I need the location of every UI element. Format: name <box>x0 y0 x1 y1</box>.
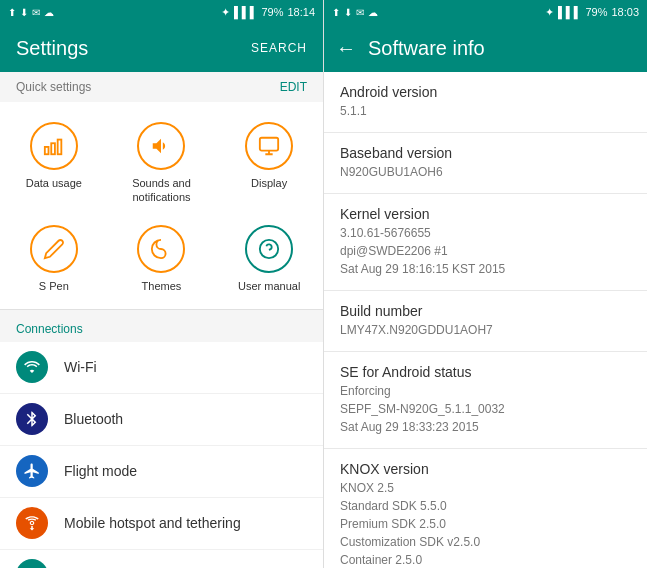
display-label: Display <box>251 176 287 190</box>
kernel-version-value: 3.10.61-5676655 dpi@SWDE2206 #1 Sat Aug … <box>340 224 631 278</box>
upload-icon: ⬆ <box>8 7 16 18</box>
quick-settings-label: Quick settings <box>16 80 91 94</box>
sounds-label: Sounds and notifications <box>116 176 208 205</box>
svg-rect-2 <box>57 140 61 155</box>
build-number-label: Build number <box>340 303 631 319</box>
user-manual-label: User manual <box>238 279 300 293</box>
se-android-item: SE for Android status Enforcing SEPF_SM-… <box>324 352 647 449</box>
edit-button[interactable]: EDIT <box>280 80 307 94</box>
status-bar-right: ⬆ ⬇ ✉ ☁ ✦ ▌▌▌ 79% 18:03 <box>324 0 647 24</box>
message-icon-r: ✉ <box>356 7 364 18</box>
android-version-value: 5.1.1 <box>340 102 631 120</box>
status-right-right-icons: ✦ ▌▌▌ 79% 18:03 <box>545 6 639 19</box>
back-button[interactable]: ← <box>336 37 356 60</box>
signal-icon: ▌▌▌ <box>234 6 257 18</box>
spen-icon-circle <box>30 225 78 273</box>
quick-settings-header: Quick settings EDIT <box>0 72 323 102</box>
software-info-list: Android version 5.1.1 Baseband version N… <box>324 72 647 568</box>
bluetooth-item[interactable]: Bluetooth <box>0 394 323 446</box>
battery-right: 79% <box>585 6 607 18</box>
quick-item-user-manual[interactable]: User manual <box>215 213 323 301</box>
toolbar-right: ← Software info <box>324 24 647 72</box>
status-left-icons: ⬆ ⬇ ✉ ☁ <box>8 7 54 18</box>
time-left: 18:14 <box>287 6 315 18</box>
settings-title: Settings <box>16 37 88 60</box>
cloud-icon: ☁ <box>44 7 54 18</box>
data-usage-item[interactable]: Data usage <box>0 550 323 568</box>
knox-version-item: KNOX version KNOX 2.5 Standard SDK 5.5.0… <box>324 449 647 568</box>
wifi-label: Wi-Fi <box>64 359 97 375</box>
build-number-value: LMY47X.N920GDDU1AOH7 <box>340 321 631 339</box>
quick-item-spen[interactable]: S Pen <box>0 213 108 301</box>
baseband-version-item: Baseband version N920GUBU1AOH6 <box>324 133 647 194</box>
wifi-item[interactable]: Wi-Fi <box>0 342 323 394</box>
quick-item-sounds[interactable]: Sounds and notifications <box>108 110 216 213</box>
settings-panel: ⬆ ⬇ ✉ ☁ ✦ ▌▌▌ 79% 18:14 Settings SEARCH … <box>0 0 323 568</box>
kernel-version-item: Kernel version 3.10.61-5676655 dpi@SWDE2… <box>324 194 647 291</box>
android-version-item: Android version 5.1.1 <box>324 72 647 133</box>
time-right: 18:03 <box>611 6 639 18</box>
wifi-icon <box>16 351 48 383</box>
android-version-label: Android version <box>340 84 631 100</box>
connections-section-header: Connections <box>0 310 323 342</box>
svg-rect-0 <box>45 147 49 154</box>
quick-item-themes[interactable]: Themes <box>108 213 216 301</box>
bluetooth-status-icon: ✦ <box>221 6 230 19</box>
hotspot-label: Mobile hotspot and tethering <box>64 515 241 531</box>
bluetooth-label: Bluetooth <box>64 411 123 427</box>
download-icon: ⬇ <box>20 7 28 18</box>
quick-item-display[interactable]: Display <box>215 110 323 213</box>
flight-mode-icon <box>16 455 48 487</box>
themes-icon-circle <box>137 225 185 273</box>
data-usage-label: Data usage <box>26 176 82 190</box>
message-icon: ✉ <box>32 7 40 18</box>
search-button[interactable]: SEARCH <box>251 41 307 55</box>
themes-label: Themes <box>142 279 182 293</box>
bluetooth-icon <box>16 403 48 435</box>
toolbar-left: Settings SEARCH <box>0 24 323 72</box>
knox-version-label: KNOX version <box>340 461 631 477</box>
hotspot-icon <box>16 507 48 539</box>
display-icon-circle <box>245 122 293 170</box>
battery-left: 79% <box>261 6 283 18</box>
knox-version-value: KNOX 2.5 Standard SDK 5.5.0 Premium SDK … <box>340 479 631 568</box>
flight-mode-label: Flight mode <box>64 463 137 479</box>
status-right-left-icons: ⬆ ⬇ ✉ ☁ <box>332 7 378 18</box>
quick-item-data-usage[interactable]: Data usage <box>0 110 108 213</box>
quick-settings-grid: Data usage Sounds and notifications Disp… <box>0 102 323 309</box>
se-android-label: SE for Android status <box>340 364 631 380</box>
bluetooth-status-icon-r: ✦ <box>545 6 554 19</box>
se-android-value: Enforcing SEPF_SM-N920G_5.1.1_0032 Sat A… <box>340 382 631 436</box>
status-bar-left: ⬆ ⬇ ✉ ☁ ✦ ▌▌▌ 79% 18:14 <box>0 0 323 24</box>
connections-list: Wi-Fi Bluetooth Flight mode Mobile hotsp… <box>0 342 323 568</box>
sounds-icon-circle <box>137 122 185 170</box>
data-usage-2-icon <box>16 559 48 568</box>
svg-rect-3 <box>260 138 278 151</box>
download-icon-r: ⬇ <box>344 7 352 18</box>
upload-icon-r: ⬆ <box>332 7 340 18</box>
flight-mode-item[interactable]: Flight mode <box>0 446 323 498</box>
build-number-item: Build number LMY47X.N920GDDU1AOH7 <box>324 291 647 352</box>
software-info-title: Software info <box>368 37 485 60</box>
baseband-version-value: N920GUBU1AOH6 <box>340 163 631 181</box>
svg-rect-1 <box>51 143 55 154</box>
software-info-panel: ⬆ ⬇ ✉ ☁ ✦ ▌▌▌ 79% 18:03 ← Software info … <box>323 0 647 568</box>
kernel-version-label: Kernel version <box>340 206 631 222</box>
cloud-icon-r: ☁ <box>368 7 378 18</box>
signal-icon-r: ▌▌▌ <box>558 6 581 18</box>
data-usage-icon-circle <box>30 122 78 170</box>
user-manual-icon-circle <box>245 225 293 273</box>
baseband-version-label: Baseband version <box>340 145 631 161</box>
status-right-icons: ✦ ▌▌▌ 79% 18:14 <box>221 6 315 19</box>
hotspot-item[interactable]: Mobile hotspot and tethering <box>0 498 323 550</box>
spen-label: S Pen <box>39 279 69 293</box>
